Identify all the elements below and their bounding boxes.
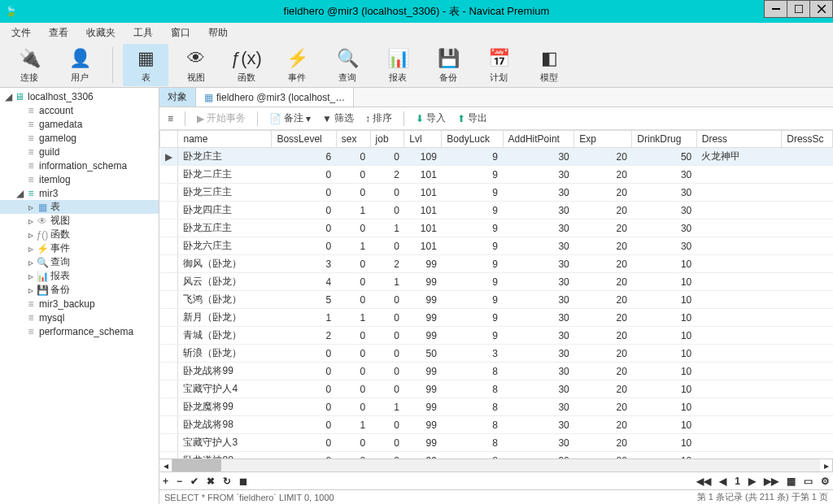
cell-DrinkDrug[interactable]: 10	[632, 434, 696, 452]
cell-DressSc[interactable]	[782, 398, 833, 416]
col-Dress[interactable]: Dress	[696, 131, 781, 148]
filter-button[interactable]: ▼筛选	[319, 110, 357, 127]
form-view-button[interactable]: ▭	[804, 476, 813, 487]
toolbar-event[interactable]: ⚡事件	[274, 44, 320, 86]
stop-button[interactable]: ◼	[239, 476, 247, 487]
toolbar-plan[interactable]: 📅计划	[476, 44, 521, 86]
cell-sex[interactable]: 0	[336, 166, 370, 184]
cell-sex[interactable]: 0	[336, 255, 370, 273]
table-row[interactable]: 斩浪（卧龙）000503302010	[160, 345, 833, 363]
tree-备份[interactable]: ▹💾备份	[0, 283, 159, 297]
cell-Exp[interactable]: 20	[574, 255, 632, 273]
cell-DressSc[interactable]	[782, 380, 833, 398]
table-row[interactable]: 卧龙六庄主0101019302030	[160, 237, 833, 255]
cell-AddHitPoint[interactable]: 30	[503, 416, 574, 434]
cell-Lvl[interactable]: 99	[404, 452, 442, 459]
table-row[interactable]: 卧龙三庄主0001019302030	[160, 184, 833, 202]
cell-BossLevel[interactable]: 0	[272, 416, 336, 434]
page-number[interactable]: 1	[735, 476, 740, 487]
cell-job[interactable]: 2	[370, 166, 404, 184]
tab-fieldhero[interactable]: ▦ fieldhero @mir3 (localhost_…	[196, 88, 354, 106]
menu-3[interactable]: 工具	[125, 24, 161, 41]
cell-sex[interactable]: 1	[336, 309, 370, 327]
cell-sex[interactable]: 0	[336, 219, 370, 237]
cell-Exp[interactable]: 20	[574, 380, 632, 398]
tree-gamedata[interactable]: ≡gamedata	[0, 117, 159, 131]
cell-Dress[interactable]	[696, 309, 781, 327]
cell-Lvl[interactable]: 99	[404, 380, 442, 398]
grid-view-button[interactable]: ▦	[787, 476, 796, 487]
cell-BodyLuck[interactable]: 9	[442, 148, 503, 166]
cell-DrinkDrug[interactable]: 30	[632, 219, 696, 237]
cell-name[interactable]: 卧龙五庄主	[178, 219, 272, 237]
cell-DrinkDrug[interactable]: 30	[632, 184, 696, 202]
tree-itemlog[interactable]: ≡itemlog	[0, 172, 159, 186]
cell-job[interactable]: 0	[370, 345, 404, 363]
col-BodyLuck[interactable]: BodyLuck	[442, 131, 503, 148]
cell-BodyLuck[interactable]: 8	[442, 416, 503, 434]
memo-button[interactable]: 📄备注 ▾	[266, 110, 314, 127]
settings-icon[interactable]: ⚙	[821, 476, 830, 487]
cell-Dress[interactable]	[696, 273, 781, 291]
cell-AddHitPoint[interactable]: 30	[503, 452, 574, 459]
table-row[interactable]: 新月（卧龙）110999302010	[160, 309, 833, 327]
cell-DrinkDrug[interactable]: 30	[632, 166, 696, 184]
cell-name[interactable]: 宝藏守护人3	[178, 434, 272, 452]
cell-BossLevel[interactable]: 0	[272, 452, 336, 459]
cell-job[interactable]: 0	[370, 380, 404, 398]
cell-name[interactable]: 卧龙庄主	[178, 148, 272, 166]
table-row[interactable]: 青城（卧龙）200999302010	[160, 327, 833, 345]
minimize-button[interactable]	[765, 0, 787, 18]
cell-DrinkDrug[interactable]: 10	[632, 255, 696, 273]
cell-job[interactable]: 0	[370, 309, 404, 327]
cell-Exp[interactable]: 20	[574, 363, 632, 380]
col-BossLevel[interactable]: BossLevel	[272, 131, 336, 148]
cell-BossLevel[interactable]: 1	[272, 309, 336, 327]
cell-sex[interactable]: 1	[336, 416, 370, 434]
cell-Exp[interactable]: 20	[574, 202, 632, 219]
tree-查询[interactable]: ▹🔍查询	[0, 255, 159, 269]
expand-icon[interactable]: ▹	[26, 257, 36, 268]
cell-BodyLuck[interactable]: 9	[442, 166, 503, 184]
tab-object[interactable]: 对象	[159, 88, 196, 106]
cell-BossLevel[interactable]: 0	[272, 345, 336, 363]
menu-1[interactable]: 查看	[41, 24, 76, 41]
cell-Exp[interactable]: 20	[574, 434, 632, 452]
cell-Dress[interactable]	[696, 416, 781, 434]
cell-DressSc[interactable]	[782, 273, 833, 291]
cell-name[interactable]: 卧龙三庄主	[178, 184, 272, 202]
expand-icon[interactable]: ▹	[26, 202, 36, 213]
cell-job[interactable]: 1	[370, 273, 404, 291]
cell-BodyLuck[interactable]: 9	[442, 291, 503, 309]
maximize-button[interactable]	[787, 0, 810, 18]
cell-AddHitPoint[interactable]: 30	[503, 291, 574, 309]
cell-AddHitPoint[interactable]: 30	[503, 255, 574, 273]
horizontal-scrollbar[interactable]: ◂ ▸	[159, 458, 833, 471]
cell-job[interactable]: 2	[370, 255, 404, 273]
cell-DressSc[interactable]	[782, 452, 833, 459]
cell-name[interactable]: 卧龙战将98	[178, 416, 272, 434]
toolbar-backup[interactable]: 💾备份	[425, 44, 471, 86]
cell-sex[interactable]: 0	[336, 345, 370, 363]
table-row[interactable]: 卧龙战将99000998302010	[160, 363, 833, 380]
expand-icon[interactable]: ▹	[26, 229, 36, 241]
tree-account[interactable]: ≡account	[0, 103, 159, 117]
cell-Exp[interactable]: 20	[574, 327, 632, 345]
expand-icon[interactable]: ▹	[26, 271, 36, 282]
begin-transaction-button[interactable]: ▶开始事务	[194, 110, 249, 127]
refresh-button[interactable]: ↻	[223, 476, 231, 487]
scroll-track[interactable]	[172, 459, 820, 471]
cell-Dress[interactable]	[696, 327, 781, 345]
cell-name[interactable]: 卧龙六庄主	[178, 237, 272, 255]
cell-Dress[interactable]	[696, 434, 781, 452]
col-DressSc[interactable]: DressSc	[782, 131, 833, 148]
cell-Dress[interactable]	[696, 452, 781, 459]
tree-mir3_backup[interactable]: ≡mir3_backup	[0, 297, 159, 311]
tree-报表[interactable]: ▹📊报表	[0, 269, 159, 283]
cell-sex[interactable]: 0	[336, 380, 370, 398]
cell-Dress[interactable]	[696, 363, 781, 380]
cell-BodyLuck[interactable]: 3	[442, 345, 503, 363]
cell-job[interactable]: 0	[370, 416, 404, 434]
cell-Lvl[interactable]: 101	[404, 166, 442, 184]
cell-AddHitPoint[interactable]: 30	[503, 345, 574, 363]
